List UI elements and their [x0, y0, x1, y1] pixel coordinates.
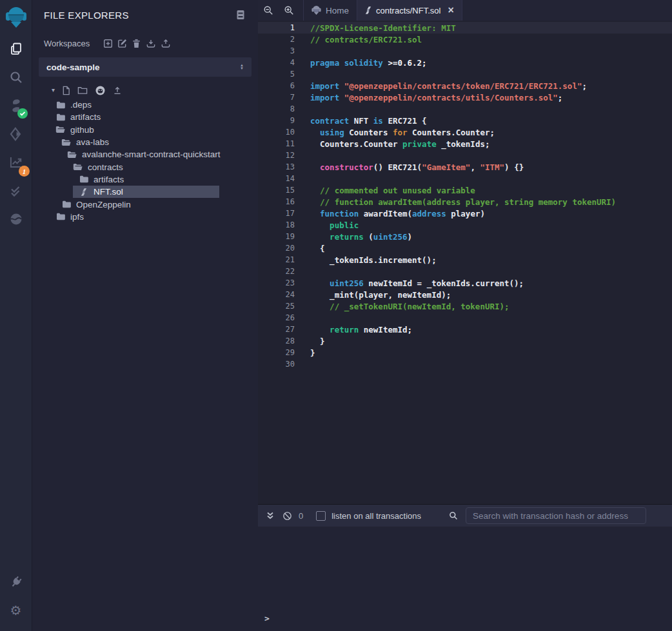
- rename-workspace-icon[interactable]: [117, 39, 127, 48]
- transaction-search-input[interactable]: [466, 507, 646, 524]
- line-number: 13: [258, 162, 295, 171]
- unit-testing-icon[interactable]: [0, 177, 32, 205]
- settings-icon[interactable]: ⚙: [0, 596, 32, 625]
- tree-item[interactable]: NFT.sol: [32, 186, 255, 198]
- plugin-sphere-icon[interactable]: [0, 205, 32, 233]
- folder-open-icon: [55, 126, 65, 133]
- code-text: function awardItem(address player): [310, 209, 485, 218]
- code-line[interactable]: 6import "@openzeppelin/contracts/token/E…: [258, 80, 672, 92]
- code-line[interactable]: 23 uint256 newItemId = _tokenIds.current…: [258, 277, 672, 289]
- tab-bar: Home contracts/NFT.sol ×: [258, 0, 672, 21]
- code-line[interactable]: 2// contracts/ERC721.sol: [258, 34, 672, 45]
- code-line[interactable]: 27 return newItemId;: [258, 324, 672, 335]
- upload-workspace-icon[interactable]: [161, 39, 171, 48]
- code-line[interactable]: 14: [258, 173, 672, 184]
- line-number: 27: [258, 325, 295, 334]
- analysis-icon[interactable]: 1: [0, 148, 32, 177]
- tab-home[interactable]: Home: [303, 0, 357, 21]
- code-line[interactable]: 1//SPDX-License-Identifier: MIT: [258, 22, 672, 34]
- tree-item-label: .deps: [70, 100, 92, 110]
- line-number: 30: [258, 360, 295, 369]
- code-line[interactable]: 12: [258, 150, 672, 161]
- code-line[interactable]: 7import "@openzeppelin/contracts/utils/C…: [258, 92, 672, 103]
- code-line[interactable]: 21 _tokenIds.increment();: [258, 254, 672, 266]
- clear-console-icon[interactable]: [282, 511, 292, 521]
- github-icon[interactable]: [95, 85, 106, 96]
- tree-item[interactable]: artifacts: [32, 173, 255, 186]
- tree-item[interactable]: ava-labs: [32, 136, 255, 148]
- line-number: 9: [258, 116, 295, 125]
- line-number: 23: [258, 278, 295, 287]
- terminal-search-icon: [449, 511, 458, 520]
- workspace-select[interactable]: code-sample ▲▼: [39, 57, 252, 77]
- solidity-compiler-icon[interactable]: [0, 92, 32, 120]
- code-text: import "@openzeppelin/contracts/utils/Co…: [310, 93, 562, 102]
- line-number: 14: [258, 174, 295, 183]
- code-text: // contracts/ERC721.sol: [310, 35, 422, 44]
- code-editor[interactable]: 1//SPDX-License-Identifier: MIT2// contr…: [258, 21, 672, 504]
- download-workspace-icon[interactable]: [146, 39, 156, 48]
- listen-transactions-checkbox[interactable]: [316, 511, 326, 521]
- tree-item[interactable]: github: [32, 124, 255, 136]
- code-line[interactable]: 13 constructor() ERC721("GameItem", "ITM…: [258, 161, 672, 173]
- line-number: 20: [258, 244, 295, 253]
- code-text: _mint(player, newItemId);: [310, 290, 451, 300]
- tree-item-label: contracts: [88, 162, 123, 172]
- new-folder-icon[interactable]: [77, 86, 88, 95]
- code-line[interactable]: 9contract NFT is ERC721 {: [258, 115, 672, 126]
- code-line[interactable]: 15 // commented out unused variable: [258, 184, 672, 196]
- code-line[interactable]: 22: [258, 266, 672, 277]
- new-file-icon[interactable]: [62, 86, 70, 95]
- code-line[interactable]: 11 Counters.Counter private _tokenIds;: [258, 138, 672, 150]
- code-line[interactable]: 18 public: [258, 219, 672, 231]
- code-line[interactable]: 26: [258, 312, 672, 324]
- deploy-run-icon[interactable]: [0, 120, 32, 148]
- folder-closed-icon: [55, 101, 65, 109]
- code-line[interactable]: 4pragma solidity >=0.6.2;: [258, 57, 672, 68]
- tab-nft-sol[interactable]: contracts/NFT.sol ×: [357, 0, 462, 21]
- tree-item-label: github: [70, 125, 94, 135]
- code-line[interactable]: 24 _mint(player, newItemId);: [258, 289, 672, 300]
- delete-workspace-icon[interactable]: [132, 39, 141, 48]
- code-text: }: [310, 336, 325, 346]
- file-explorer-icon[interactable]: [0, 35, 32, 63]
- code-text: _tokenIds.increment();: [310, 255, 437, 265]
- tree-item[interactable]: artifacts: [32, 111, 255, 123]
- publish-icon[interactable]: [113, 86, 122, 95]
- tree-item[interactable]: ipfs: [32, 211, 255, 223]
- solidity-icon: [365, 6, 371, 15]
- code-line[interactable]: 20 {: [258, 242, 672, 254]
- line-number: 26: [258, 313, 295, 322]
- terminal[interactable]: >: [258, 527, 672, 631]
- zoom-in-icon[interactable]: [279, 0, 299, 21]
- code-text: contract NFT is ERC721 {: [310, 116, 427, 126]
- tree-item[interactable]: OpenZeppelin: [32, 198, 255, 210]
- zoom-out-icon[interactable]: [258, 0, 279, 21]
- collapse-terminal-icon[interactable]: [266, 511, 275, 520]
- code-line[interactable]: 8: [258, 103, 672, 115]
- code-line[interactable]: 10 using Counters for Counters.Counter;: [258, 126, 672, 138]
- folder-open-icon: [61, 139, 71, 146]
- code-line[interactable]: 5: [258, 68, 672, 80]
- code-line[interactable]: 3: [258, 45, 672, 57]
- code-line[interactable]: 29}: [258, 347, 672, 358]
- code-line[interactable]: 28 }: [258, 335, 672, 347]
- tree-item[interactable]: avalanche-smart-contract-quickstart: [32, 148, 255, 160]
- line-number: 8: [258, 104, 295, 113]
- close-tab-icon[interactable]: ×: [448, 5, 453, 15]
- create-workspace-icon[interactable]: [103, 39, 113, 48]
- code-line[interactable]: 25 // _setTokenURI(newItemId, tokenURI);: [258, 300, 672, 312]
- search-icon[interactable]: [0, 63, 32, 92]
- tree-item-label: ipfs: [70, 212, 84, 222]
- tree-item[interactable]: .deps: [32, 99, 255, 111]
- code-line[interactable]: 30: [258, 358, 672, 370]
- docs-book-icon[interactable]: [236, 10, 245, 20]
- line-number: 2: [258, 35, 295, 44]
- code-line[interactable]: 19 returns (uint256): [258, 231, 672, 242]
- code-line[interactable]: 17 function awardItem(address player): [258, 208, 672, 219]
- terminal-prompt: >: [264, 614, 270, 623]
- code-line[interactable]: 16 // function awardItem(address player,…: [258, 196, 672, 208]
- tree-item[interactable]: contracts: [32, 160, 255, 173]
- collapse-tree-icon[interactable]: ▾: [52, 87, 55, 93]
- plugin-manager-icon[interactable]: [0, 568, 32, 596]
